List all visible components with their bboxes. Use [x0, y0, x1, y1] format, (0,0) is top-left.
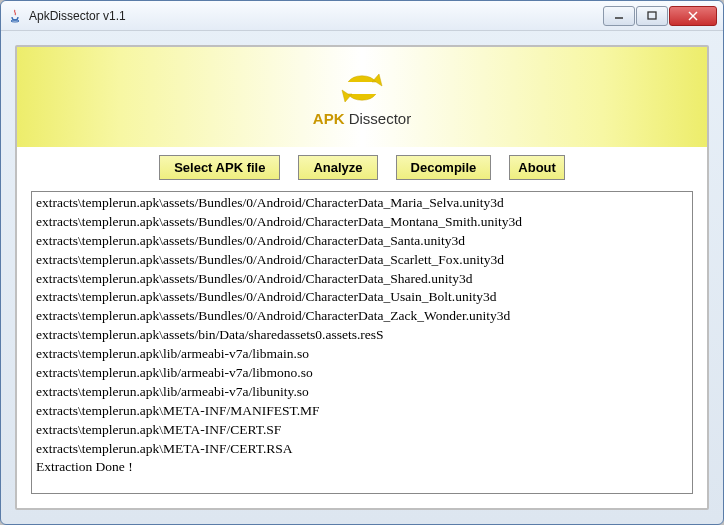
minimize-button[interactable] [603, 6, 635, 26]
output-line: extracts\templerun.apk\lib/armeabi-v7a/l… [36, 364, 688, 383]
output-line: extracts\templerun.apk\META-INF/CERT.SF [36, 421, 688, 440]
output-textarea[interactable]: extracts\templerun.apk\assets/Bundles/0/… [32, 192, 692, 493]
output-line: extracts\templerun.apk\META-INF/CERT.RSA [36, 440, 688, 459]
output-line: extracts\templerun.apk\assets/Bundles/0/… [36, 251, 688, 270]
logo-text: APK Dissector [313, 110, 411, 127]
output-line: Extraction Done ! [36, 458, 688, 477]
java-icon [7, 8, 23, 24]
output-line: extracts\templerun.apk\assets/bin/Data/s… [36, 326, 688, 345]
svg-rect-2 [648, 12, 656, 19]
titlebar[interactable]: ApkDissector v1.1 [1, 1, 723, 31]
toolbar: Select APK file Analyze Decompile About [17, 147, 707, 187]
about-button[interactable]: About [509, 155, 565, 180]
output-line: extracts\templerun.apk\assets/Bundles/0/… [36, 232, 688, 251]
client-area: APK Dissector Select APK file Analyze De… [1, 31, 723, 524]
output-line: extracts\templerun.apk\assets/Bundles/0/… [36, 307, 688, 326]
output-line: extracts\templerun.apk\assets/Bundles/0/… [36, 213, 688, 232]
select-apk-button[interactable]: Select APK file [159, 155, 280, 180]
output-container: extracts\templerun.apk\assets/Bundles/0/… [31, 191, 693, 494]
output-line: extracts\templerun.apk\lib/armeabi-v7a/l… [36, 383, 688, 402]
output-line: extracts\templerun.apk\assets/Bundles/0/… [36, 288, 688, 307]
app-window: ApkDissector v1.1 APK Dissector [0, 0, 724, 525]
window-title: ApkDissector v1.1 [29, 9, 603, 23]
maximize-button[interactable] [636, 6, 668, 26]
decompile-button[interactable]: Decompile [396, 155, 492, 180]
output-line: extracts\templerun.apk\assets/Bundles/0/… [36, 194, 688, 213]
output-line: extracts\templerun.apk\assets/Bundles/0/… [36, 270, 688, 289]
logo-prefix: APK [313, 110, 345, 127]
output-line: extracts\templerun.apk\lib/armeabi-v7a/l… [36, 345, 688, 364]
logo-suffix: Dissector [344, 110, 411, 127]
banner: APK Dissector [17, 47, 707, 147]
output-line: extracts\templerun.apk\META-INF/MANIFEST… [36, 402, 688, 421]
window-controls [603, 6, 717, 26]
main-panel: APK Dissector Select APK file Analyze De… [15, 45, 709, 510]
svg-point-0 [11, 20, 19, 22]
close-button[interactable] [669, 6, 717, 26]
refresh-arrows-icon [338, 68, 386, 108]
analyze-button[interactable]: Analyze [298, 155, 377, 180]
